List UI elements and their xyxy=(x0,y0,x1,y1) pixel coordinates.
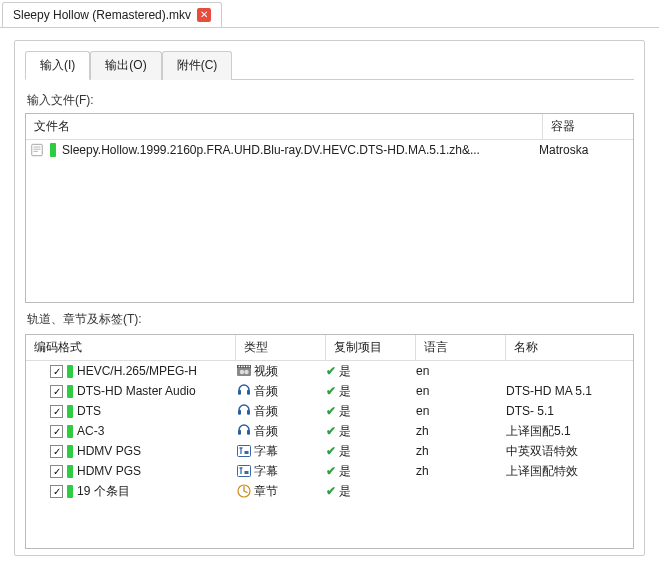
track-name: DTS-HD MA 5.1 xyxy=(506,384,633,398)
tracks-list[interactable]: 编码格式 类型 复制项目 语言 名称 ✓HEVC/H.265/MPEG-H视频✔… xyxy=(25,334,634,549)
track-checkbox[interactable]: ✓ xyxy=(50,465,63,478)
file-row[interactable]: Sleepy.Hollow.1999.2160p.FRA.UHD.Blu-ray… xyxy=(26,140,633,160)
status-marker xyxy=(67,485,73,498)
track-type: 章节 xyxy=(254,483,278,500)
audio-icon xyxy=(236,423,252,439)
track-copy: 是 xyxy=(339,403,351,420)
track-copy: 是 xyxy=(339,463,351,480)
tab-output[interactable]: 输出(O) xyxy=(90,51,161,80)
track-lang: zh xyxy=(416,444,506,458)
track-checkbox[interactable]: ✓ xyxy=(50,405,63,418)
track-type: 音频 xyxy=(254,403,278,420)
track-row[interactable]: ✓DTS音频✔是enDTS- 5.1 xyxy=(26,401,633,421)
check-icon: ✔ xyxy=(326,464,336,478)
input-files-label: 输入文件(F): xyxy=(27,92,632,109)
subtitle-icon xyxy=(236,463,252,479)
track-checkbox[interactable]: ✓ xyxy=(50,485,63,498)
status-marker xyxy=(50,143,56,157)
track-copy: 是 xyxy=(339,443,351,460)
check-icon: ✔ xyxy=(326,424,336,438)
col-copy[interactable]: 复制项目 xyxy=(326,335,416,360)
tab-attachments[interactable]: 附件(C) xyxy=(162,51,233,80)
check-icon: ✔ xyxy=(326,404,336,418)
track-codec: 19 个条目 xyxy=(77,483,130,500)
track-codec: DTS xyxy=(77,404,101,418)
status-marker xyxy=(67,465,73,478)
close-icon[interactable]: ✕ xyxy=(197,8,211,22)
track-name: 上译国配5.1 xyxy=(506,423,633,440)
col-codec[interactable]: 编码格式 xyxy=(26,335,236,360)
check-icon: ✔ xyxy=(326,484,336,498)
track-type: 字幕 xyxy=(254,443,278,460)
col-filename[interactable]: 文件名 xyxy=(26,114,543,139)
track-type: 视频 xyxy=(254,363,278,380)
track-codec: AC-3 xyxy=(77,424,104,438)
col-container[interactable]: 容器 xyxy=(543,114,633,139)
check-icon: ✔ xyxy=(326,384,336,398)
track-type: 音频 xyxy=(254,383,278,400)
track-type: 音频 xyxy=(254,423,278,440)
tab-input[interactable]: 输入(I) xyxy=(25,51,90,80)
track-row[interactable]: ✓HDMV PGS字幕✔是zh中英双语特效 xyxy=(26,441,633,461)
track-type: 字幕 xyxy=(254,463,278,480)
track-row[interactable]: ✓DTS-HD Master Audio音频✔是enDTS-HD MA 5.1 xyxy=(26,381,633,401)
track-name: DTS- 5.1 xyxy=(506,404,633,418)
track-checkbox[interactable]: ✓ xyxy=(50,445,63,458)
file-name: Sleepy.Hollow.1999.2160p.FRA.UHD.Blu-ray… xyxy=(62,143,533,157)
check-icon: ✔ xyxy=(326,364,336,378)
col-name[interactable]: 名称 xyxy=(506,335,633,360)
track-codec: HDMV PGS xyxy=(77,444,141,458)
track-lang: en xyxy=(416,384,506,398)
track-codec: DTS-HD Master Audio xyxy=(77,384,196,398)
audio-icon xyxy=(236,383,252,399)
track-lang: en xyxy=(416,404,506,418)
track-checkbox[interactable]: ✓ xyxy=(50,385,63,398)
track-copy: 是 xyxy=(339,363,351,380)
track-copy: 是 xyxy=(339,423,351,440)
col-lang[interactable]: 语言 xyxy=(416,335,506,360)
track-codec: HDMV PGS xyxy=(77,464,141,478)
track-row[interactable]: ✓HEVC/H.265/MPEG-H视频✔是en xyxy=(26,361,633,381)
audio-icon xyxy=(236,403,252,419)
file-tab[interactable]: Sleepy Hollow (Remastered).mkv ✕ xyxy=(2,2,222,27)
track-name: 上译国配特效 xyxy=(506,463,633,480)
status-marker xyxy=(67,365,73,378)
status-marker xyxy=(67,405,73,418)
track-lang: en xyxy=(416,364,506,378)
track-copy: 是 xyxy=(339,383,351,400)
video-icon xyxy=(236,363,252,379)
file-tab-title: Sleepy Hollow (Remastered).mkv xyxy=(13,8,191,22)
col-type[interactable]: 类型 xyxy=(236,335,326,360)
document-icon xyxy=(30,143,44,157)
track-row[interactable]: ✓HDMV PGS字幕✔是zh上译国配特效 xyxy=(26,461,633,481)
track-checkbox[interactable]: ✓ xyxy=(50,365,63,378)
check-icon: ✔ xyxy=(326,444,336,458)
status-marker xyxy=(67,385,73,398)
status-marker xyxy=(67,445,73,458)
track-row[interactable]: ✓19 个条目章节✔是 xyxy=(26,481,633,501)
subtitle-icon xyxy=(236,443,252,459)
track-codec: HEVC/H.265/MPEG-H xyxy=(77,364,197,378)
track-lang: zh xyxy=(416,464,506,478)
status-marker xyxy=(67,425,73,438)
chapter-icon xyxy=(236,483,252,499)
track-name: 中英双语特效 xyxy=(506,443,633,460)
input-files-list[interactable]: 文件名 容器 Sleepy.Hollow.1999.2160p.FRA.UHD.… xyxy=(25,113,634,303)
file-container: Matroska xyxy=(539,143,629,157)
track-checkbox[interactable]: ✓ xyxy=(50,425,63,438)
tracks-label: 轨道、章节及标签(T): xyxy=(27,311,632,328)
track-row[interactable]: ✓AC-3音频✔是zh上译国配5.1 xyxy=(26,421,633,441)
track-copy: 是 xyxy=(339,483,351,500)
track-lang: zh xyxy=(416,424,506,438)
